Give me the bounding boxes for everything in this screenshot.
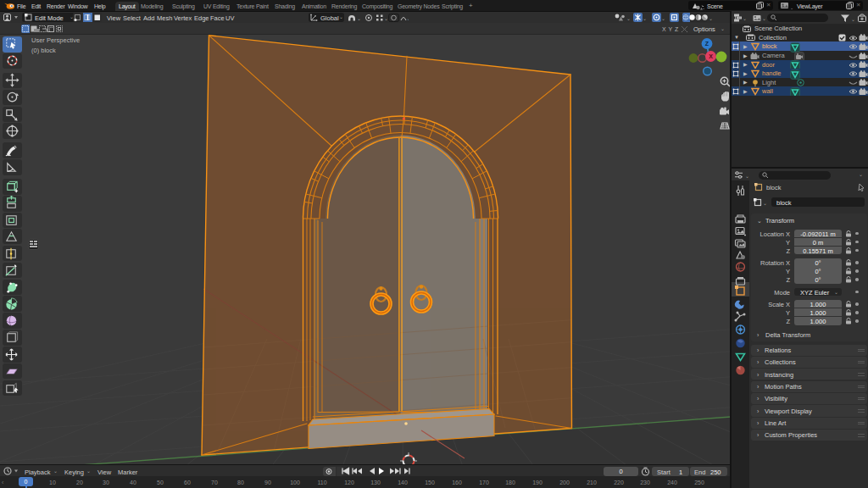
svg-text:⌄: ⌄ bbox=[384, 16, 388, 21]
svg-text:⌄: ⌄ bbox=[407, 16, 409, 21]
svg-text:X: X bbox=[709, 53, 713, 59]
svg-text:⌄: ⌄ bbox=[357, 16, 361, 21]
svg-text:⌄: ⌄ bbox=[702, 5, 705, 10]
svg-text:⌄: ⌄ bbox=[709, 16, 713, 21]
svg-text:⌄: ⌄ bbox=[745, 174, 749, 179]
svg-text:⌄: ⌄ bbox=[763, 201, 767, 206]
svg-text:⌄: ⌄ bbox=[790, 5, 793, 10]
svg-text:⌄: ⌄ bbox=[661, 16, 665, 21]
svg-text:⌄: ⌄ bbox=[643, 16, 647, 21]
svg-text:⌄: ⌄ bbox=[743, 16, 747, 21]
svg-text:Z: Z bbox=[705, 41, 709, 47]
svg-text:⌄: ⌄ bbox=[762, 16, 766, 21]
svg-text:⌄: ⌄ bbox=[626, 16, 631, 21]
svg-text:⌄: ⌄ bbox=[851, 16, 855, 21]
